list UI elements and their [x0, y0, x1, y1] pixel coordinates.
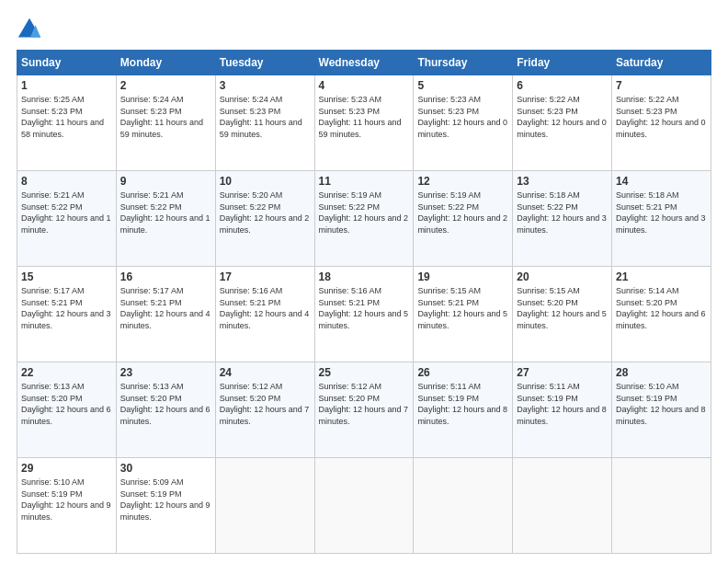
day-cell: 11Sunrise: 5:19 AMSunset: 5:22 PMDayligh… [314, 171, 414, 267]
day-info: Sunrise: 5:18 AMSunset: 5:21 PMDaylight:… [616, 190, 707, 236]
day-info: Sunrise: 5:17 AMSunset: 5:21 PMDaylight:… [21, 285, 112, 331]
day-info: Sunrise: 5:12 AMSunset: 5:20 PMDaylight:… [220, 381, 311, 427]
day-info: Sunrise: 5:10 AMSunset: 5:19 PMDaylight:… [21, 477, 112, 523]
day-info: Sunrise: 5:21 AMSunset: 5:22 PMDaylight:… [120, 190, 211, 236]
day-cell: 6Sunrise: 5:22 AMSunset: 5:23 PMDaylight… [513, 75, 612, 171]
day-number: 23 [120, 366, 211, 379]
header-cell-wednesday: Wednesday [314, 51, 414, 75]
day-info: Sunrise: 5:19 AMSunset: 5:22 PMDaylight:… [417, 190, 508, 236]
day-number: 24 [220, 366, 311, 379]
day-info: Sunrise: 5:24 AMSunset: 5:23 PMDaylight:… [120, 94, 211, 140]
day-info: Sunrise: 5:15 AMSunset: 5:20 PMDaylight:… [517, 285, 608, 331]
day-number: 28 [616, 366, 707, 379]
day-number: 29 [21, 462, 112, 475]
day-number: 25 [319, 366, 410, 379]
day-info: Sunrise: 5:16 AMSunset: 5:21 PMDaylight:… [319, 285, 410, 331]
header-row: SundayMondayTuesdayWednesdayThursdayFrid… [17, 51, 711, 75]
calendar: SundayMondayTuesdayWednesdayThursdayFrid… [17, 50, 711, 554]
day-cell: 12Sunrise: 5:19 AMSunset: 5:22 PMDayligh… [414, 171, 513, 267]
day-cell [513, 458, 612, 554]
day-cell: 7Sunrise: 5:22 AMSunset: 5:23 PMDaylight… [612, 75, 711, 171]
day-cell: 15Sunrise: 5:17 AMSunset: 5:21 PMDayligh… [17, 267, 117, 362]
week-row-3: 15Sunrise: 5:17 AMSunset: 5:21 PMDayligh… [17, 267, 711, 362]
day-cell: 1Sunrise: 5:25 AMSunset: 5:23 PMDaylight… [17, 75, 117, 171]
day-number: 12 [417, 175, 508, 188]
day-cell: 18Sunrise: 5:16 AMSunset: 5:21 PMDayligh… [314, 267, 414, 362]
day-info: Sunrise: 5:20 AMSunset: 5:22 PMDaylight:… [220, 190, 311, 236]
day-number: 2 [120, 79, 211, 92]
day-number: 4 [319, 79, 410, 92]
day-number: 26 [417, 366, 508, 379]
week-row-2: 8Sunrise: 5:21 AMSunset: 5:22 PMDaylight… [17, 171, 711, 267]
week-row-1: 1Sunrise: 5:25 AMSunset: 5:23 PMDaylight… [17, 75, 711, 171]
logo [17, 17, 46, 42]
day-cell: 4Sunrise: 5:23 AMSunset: 5:23 PMDaylight… [314, 75, 414, 171]
day-cell: 16Sunrise: 5:17 AMSunset: 5:21 PMDayligh… [116, 267, 215, 362]
day-number: 1 [21, 79, 112, 92]
day-info: Sunrise: 5:23 AMSunset: 5:23 PMDaylight:… [319, 94, 410, 140]
day-number: 13 [517, 175, 608, 188]
day-number: 11 [319, 175, 410, 188]
day-cell: 23Sunrise: 5:13 AMSunset: 5:20 PMDayligh… [116, 362, 215, 458]
header-cell-monday: Monday [116, 51, 215, 75]
calendar-header: SundayMondayTuesdayWednesdayThursdayFrid… [17, 51, 711, 75]
day-info: Sunrise: 5:17 AMSunset: 5:21 PMDaylight:… [120, 285, 211, 331]
day-cell: 14Sunrise: 5:18 AMSunset: 5:21 PMDayligh… [612, 171, 711, 267]
day-info: Sunrise: 5:13 AMSunset: 5:20 PMDaylight:… [21, 381, 112, 427]
day-info: Sunrise: 5:11 AMSunset: 5:19 PMDaylight:… [417, 381, 508, 427]
week-row-5: 29Sunrise: 5:10 AMSunset: 5:19 PMDayligh… [17, 458, 711, 554]
day-number: 5 [417, 79, 508, 92]
day-info: Sunrise: 5:12 AMSunset: 5:20 PMDaylight:… [319, 381, 410, 427]
header-cell-saturday: Saturday [612, 51, 711, 75]
day-info: Sunrise: 5:11 AMSunset: 5:19 PMDaylight:… [517, 381, 608, 427]
day-cell: 29Sunrise: 5:10 AMSunset: 5:19 PMDayligh… [17, 458, 117, 554]
day-cell: 26Sunrise: 5:11 AMSunset: 5:19 PMDayligh… [414, 362, 513, 458]
day-info: Sunrise: 5:14 AMSunset: 5:20 PMDaylight:… [616, 285, 707, 331]
day-number: 20 [517, 270, 608, 283]
day-cell: 10Sunrise: 5:20 AMSunset: 5:22 PMDayligh… [215, 171, 314, 267]
day-cell: 5Sunrise: 5:23 AMSunset: 5:23 PMDaylight… [414, 75, 513, 171]
day-info: Sunrise: 5:19 AMSunset: 5:22 PMDaylight:… [319, 190, 410, 236]
day-info: Sunrise: 5:25 AMSunset: 5:23 PMDaylight:… [21, 94, 112, 140]
day-cell: 30Sunrise: 5:09 AMSunset: 5:19 PMDayligh… [116, 458, 215, 554]
day-info: Sunrise: 5:23 AMSunset: 5:23 PMDaylight:… [417, 94, 508, 140]
day-number: 27 [517, 366, 608, 379]
day-info: Sunrise: 5:22 AMSunset: 5:23 PMDaylight:… [517, 94, 608, 140]
day-number: 19 [417, 270, 508, 283]
day-cell: 24Sunrise: 5:12 AMSunset: 5:20 PMDayligh… [215, 362, 314, 458]
page: SundayMondayTuesdayWednesdayThursdayFrid… [0, 0, 728, 563]
day-info: Sunrise: 5:15 AMSunset: 5:21 PMDaylight:… [417, 285, 508, 331]
day-number: 30 [120, 462, 211, 475]
day-info: Sunrise: 5:24 AMSunset: 5:23 PMDaylight:… [220, 94, 311, 140]
header-cell-friday: Friday [513, 51, 612, 75]
day-number: 18 [319, 270, 410, 283]
day-info: Sunrise: 5:21 AMSunset: 5:22 PMDaylight:… [21, 190, 112, 236]
day-number: 9 [120, 175, 211, 188]
day-number: 10 [220, 175, 311, 188]
header-cell-thursday: Thursday [414, 51, 513, 75]
day-number: 15 [21, 270, 112, 283]
day-number: 3 [220, 79, 311, 92]
day-number: 7 [616, 79, 707, 92]
day-cell [314, 458, 414, 554]
day-cell: 8Sunrise: 5:21 AMSunset: 5:22 PMDaylight… [17, 171, 117, 267]
day-cell [215, 458, 314, 554]
day-number: 8 [21, 175, 112, 188]
day-cell: 3Sunrise: 5:24 AMSunset: 5:23 PMDaylight… [215, 75, 314, 171]
day-number: 16 [120, 270, 211, 283]
day-number: 21 [616, 270, 707, 283]
day-number: 17 [220, 270, 311, 283]
calendar-body: 1Sunrise: 5:25 AMSunset: 5:23 PMDaylight… [17, 75, 711, 554]
day-cell: 28Sunrise: 5:10 AMSunset: 5:19 PMDayligh… [612, 362, 711, 458]
day-cell: 13Sunrise: 5:18 AMSunset: 5:22 PMDayligh… [513, 171, 612, 267]
day-number: 6 [517, 79, 608, 92]
logo-icon [17, 17, 42, 42]
day-cell: 9Sunrise: 5:21 AMSunset: 5:22 PMDaylight… [116, 171, 215, 267]
header-cell-sunday: Sunday [17, 51, 117, 75]
day-info: Sunrise: 5:13 AMSunset: 5:20 PMDaylight:… [120, 381, 211, 427]
day-info: Sunrise: 5:10 AMSunset: 5:19 PMDaylight:… [616, 381, 707, 427]
day-info: Sunrise: 5:16 AMSunset: 5:21 PMDaylight:… [220, 285, 311, 331]
day-cell: 19Sunrise: 5:15 AMSunset: 5:21 PMDayligh… [414, 267, 513, 362]
header-cell-tuesday: Tuesday [215, 51, 314, 75]
week-row-4: 22Sunrise: 5:13 AMSunset: 5:20 PMDayligh… [17, 362, 711, 458]
